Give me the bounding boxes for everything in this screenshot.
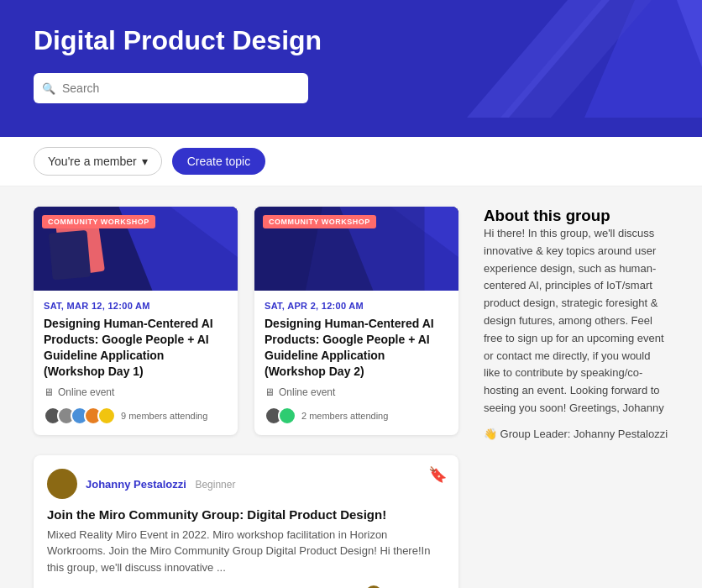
event-location: 🖥 Online event [265, 386, 448, 398]
about-text: Hi there! In this group, we'll discuss i… [484, 225, 668, 417]
event-card[interactable]: COMMUNITY WORKSHOP SAT, APR 2, 12:00 AM … [254, 207, 458, 435]
workshop-badge: COMMUNITY WORKSHOP [42, 215, 155, 228]
post-card[interactable]: 🔖 Johanny Pestalozzi Beginner Join the M… [34, 455, 458, 588]
post-author[interactable]: Johanny Pestalozzi [86, 478, 186, 491]
about-heading: About this group [484, 207, 668, 225]
event-date: SAT, APR 2, 12:00 AM [265, 301, 448, 311]
post-header: Johanny Pestalozzi Beginner [47, 469, 445, 499]
create-topic-button[interactable]: Create topic [172, 148, 265, 175]
event-location: 🖥 Online event [44, 386, 228, 398]
event-attendees: 9 members attending [44, 407, 228, 425]
search-icon: 🔍 [42, 82, 55, 95]
page-title: Digital Product Design [34, 25, 668, 56]
event-title: Designing Human-Centered AI Products: Go… [44, 316, 228, 380]
group-leader: 👋 Group Leader: Johanny Pestalozzi [484, 428, 668, 440]
post-meta: Johanny Pestalozzi Beginner [86, 476, 445, 491]
about-panel: About this group Hi there! In this group… [484, 207, 668, 588]
toolbar: You're a member ▾ Create topic [0, 137, 702, 186]
event-card[interactable]: COMMUNITY WORKSHOP SAT, MAR 12, 12:00 AM… [34, 207, 238, 435]
search-input[interactable] [34, 73, 308, 103]
events-grid: COMMUNITY WORKSHOP SAT, MAR 12, 12:00 AM… [34, 207, 458, 435]
attendees-count: 2 members attending [301, 411, 388, 421]
workshop-badge: COMMUNITY WORKSHOP [263, 215, 376, 228]
page-header: Digital Product Design 🔍 [0, 0, 702, 137]
avatar [97, 407, 116, 425]
member-button[interactable]: You're a member ▾ [34, 147, 162, 176]
avatar-stack [44, 407, 116, 425]
main-content: COMMUNITY WORKSHOP SAT, MAR 12, 12:00 AM… [0, 186, 702, 588]
post-title[interactable]: Join the Miro Community Group: Digital P… [47, 507, 445, 522]
event-attendees: 2 members attending [265, 407, 448, 425]
attendees-count: 9 members attending [121, 411, 207, 421]
avatar [278, 407, 296, 425]
avatar-stack [265, 407, 296, 425]
monitor-icon: 🖥 [44, 386, 54, 398]
left-column: COMMUNITY WORKSHOP SAT, MAR 12, 12:00 AM… [34, 207, 458, 588]
author-avatar [47, 469, 77, 499]
post-excerpt: Mixed Reality Miro Event in 2022. Miro w… [47, 527, 445, 576]
event-image: COMMUNITY WORKSHOP [34, 207, 238, 291]
monitor-icon: 🖥 [265, 386, 275, 398]
post-role: Beginner [195, 479, 235, 491]
bookmark-icon[interactable]: 🔖 [428, 465, 447, 484]
chevron-down-icon: ▾ [142, 155, 148, 168]
event-title: Designing Human-Centered AI Products: Go… [265, 316, 448, 380]
svg-rect-8 [49, 230, 91, 280]
event-date: SAT, MAR 12, 12:00 AM [44, 301, 228, 311]
event-image: COMMUNITY WORKSHOP [254, 207, 458, 291]
search-bar: 🔍 [34, 73, 308, 103]
